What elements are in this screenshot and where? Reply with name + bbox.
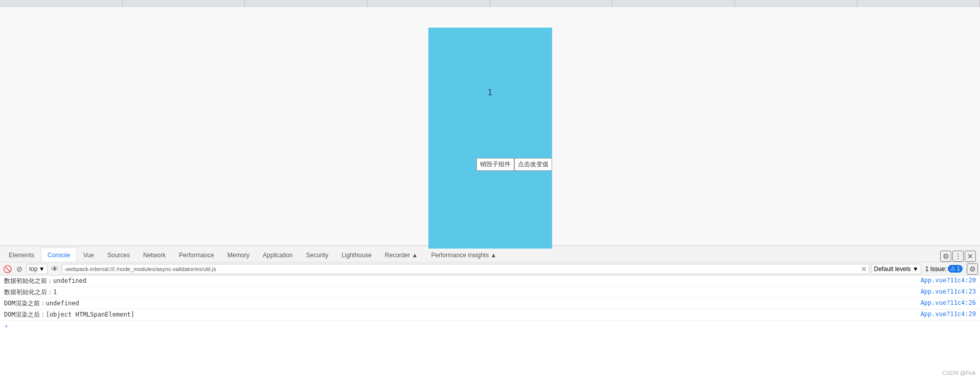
console-line-4-text: DOM渲染之后：[object HTMLSpanElement] bbox=[4, 310, 917, 319]
console-line-3-link[interactable]: App.vue?11c4:26 bbox=[921, 299, 976, 306]
default-levels-label: Default levels ▼ bbox=[874, 265, 919, 273]
tab-lighthouse[interactable]: Lighthouse bbox=[335, 248, 378, 262]
tab-segment-8 bbox=[857, 0, 980, 7]
devtools-toolbar: 🚫 ⊘ top ▼ 👁 -webpack-internal:///./node_… bbox=[0, 262, 980, 276]
change-value-button[interactable]: 点击改变值 bbox=[514, 158, 552, 171]
console-settings-icon[interactable]: ⚙ bbox=[967, 263, 978, 275]
devtools-console: 数据初始化之前：undefined App.vue?11c4:20 数据初始化之… bbox=[0, 276, 980, 380]
blue-panel: 1 销毁子组件 点击改变值 bbox=[428, 28, 552, 249]
tab-application[interactable]: Application bbox=[256, 248, 300, 262]
panel-number: 1 bbox=[488, 88, 492, 97]
url-filter-bar[interactable]: -webpack-internal:///./node_modules/asyn… bbox=[62, 264, 870, 274]
tab-security[interactable]: Security bbox=[300, 248, 335, 262]
clear-console-icon[interactable]: 🚫 bbox=[2, 264, 12, 274]
tab-segment-2 bbox=[123, 0, 245, 7]
tab-sources[interactable]: Sources bbox=[101, 248, 136, 262]
attribution: CSDN @Fkik bbox=[942, 370, 976, 376]
url-clear-icon[interactable]: ✕ bbox=[861, 265, 867, 273]
devtools-right-icons: ⚙ ⋮ ✕ bbox=[940, 251, 978, 262]
issue-count-badge: ⚠ 1 bbox=[948, 265, 963, 273]
console-line-3: DOM渲染之前：undefined App.vue?11c4:26 bbox=[0, 298, 980, 309]
tab-recorder[interactable]: Recorder ▲ bbox=[378, 248, 425, 262]
filter-icon[interactable]: ⊘ bbox=[14, 264, 25, 274]
console-line-2-link[interactable]: App.vue?11c4:23 bbox=[921, 288, 976, 295]
console-line-1-link[interactable]: App.vue?11c4:20 bbox=[921, 277, 976, 284]
tab-segment-3 bbox=[245, 0, 368, 7]
tab-network[interactable]: Network bbox=[136, 248, 172, 262]
console-line-3-text: DOM渲染之前：undefined bbox=[4, 299, 917, 308]
browser-top-bar bbox=[0, 0, 980, 7]
page-area: 1 销毁子组件 点击改变值 bbox=[0, 7, 980, 245]
console-line-4: DOM渲染之后：[object HTMLSpanElement] App.vue… bbox=[0, 309, 980, 321]
console-line-4-link[interactable]: App.vue?11c4:29 bbox=[921, 310, 976, 318]
console-line-1: 数据初始化之前：undefined App.vue?11c4:20 bbox=[0, 276, 980, 287]
tab-segment-1 bbox=[0, 0, 123, 7]
context-selector[interactable]: top ▼ bbox=[27, 264, 48, 274]
context-dropdown-icon: ▼ bbox=[39, 265, 45, 273]
context-label: top bbox=[29, 265, 38, 273]
tab-memory[interactable]: Memory bbox=[221, 248, 256, 262]
issue-badge[interactable]: 1 Issue: ⚠ 1 bbox=[923, 264, 965, 274]
tab-segment-6 bbox=[612, 0, 735, 7]
console-line-2: 数据初始化之后：1 App.vue?11c4:23 bbox=[0, 287, 980, 298]
tab-vue[interactable]: Vue bbox=[77, 248, 101, 262]
console-cursor-line[interactable]: › bbox=[0, 321, 980, 331]
tab-performance-insights[interactable]: Performance insights ▲ bbox=[424, 248, 503, 262]
tab-elements[interactable]: Elements bbox=[2, 248, 41, 262]
devtools-close-icon[interactable]: ✕ bbox=[965, 251, 976, 262]
devtools-settings-icon[interactable]: ⚙ bbox=[940, 251, 951, 262]
console-line-2-text: 数据初始化之后：1 bbox=[4, 288, 917, 297]
default-levels-selector[interactable]: Default levels ▼ bbox=[872, 264, 921, 274]
tab-segment-4 bbox=[368, 0, 490, 7]
panel-buttons: 销毁子组件 点击改变值 bbox=[476, 158, 552, 171]
devtools-more-icon[interactable]: ⋮ bbox=[952, 251, 964, 262]
url-filter-text: -webpack-internal:///./node_modules/asyn… bbox=[64, 266, 859, 272]
eye-icon[interactable]: 👁 bbox=[50, 264, 60, 274]
tab-segment-7 bbox=[735, 0, 858, 7]
devtools-panel: Elements Console Vue Sources Network Per… bbox=[0, 245, 980, 380]
console-line-1-text: 数据初始化之前：undefined bbox=[4, 277, 917, 285]
tab-segment-5 bbox=[490, 0, 613, 7]
tab-console[interactable]: Console bbox=[41, 248, 77, 262]
destroy-child-button[interactable]: 销毁子组件 bbox=[476, 158, 514, 171]
issue-label-text: 1 Issue: bbox=[925, 265, 947, 273]
tab-performance[interactable]: Performance bbox=[172, 248, 221, 262]
cursor-prompt-icon: › bbox=[4, 322, 8, 330]
